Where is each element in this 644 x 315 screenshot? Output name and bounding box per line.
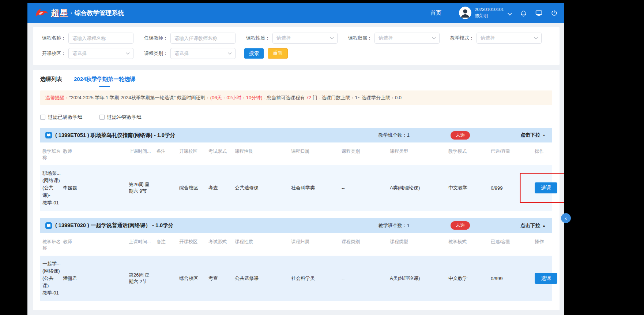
checkbox-icon — [99, 115, 105, 120]
app-window: 超星 · 综合教学管理系统 首页 202301010101 陈荣明 — [27, 3, 564, 315]
teacher-label: 任课教师： — [142, 35, 168, 41]
chevron-down-icon — [228, 52, 232, 55]
filter-checkboxes: 过滤已满教学班 过滤冲突教学班 — [40, 114, 552, 121]
col-capacity: 已选/容量 — [491, 239, 535, 251]
cell-class-name: 职场菜... (网络课) (公共课)- 教学-01 — [42, 170, 63, 207]
chevron-down-icon — [534, 37, 538, 40]
campus-select[interactable]: 请选择 — [68, 48, 133, 59]
course-name-input[interactable] — [68, 33, 133, 44]
notice-prefix: 温馨提醒： — [45, 95, 69, 100]
chevron-down-icon — [330, 37, 334, 40]
col-time: 上课时间... — [129, 148, 157, 161]
filter-full-label: 过滤已满教学班 — [48, 114, 83, 121]
cell-time: 第26周 星期六 2节 — [129, 272, 157, 285]
select-value: 请选择 — [379, 35, 393, 41]
select-course-button[interactable]: 选课 — [535, 182, 557, 193]
notice-session: "2024-2025 学年 1 学期 2024秋季学期第一轮选课" — [69, 95, 176, 100]
status-badge: 未选 — [451, 131, 470, 140]
teaching-mode-select[interactable]: 请选择 — [477, 33, 542, 44]
teaching-mode-field: 教学模式： 请选择 — [448, 33, 542, 44]
teacher-field: 任课教师： — [142, 33, 236, 44]
brand: 超星 · 综合教学管理系统 — [35, 7, 124, 19]
course-nature-select[interactable]: 请选择 — [272, 33, 338, 44]
filter-row-1: 课程名称： 任课教师： 课程性质： 请选择 课程归属： 请选择 — [39, 33, 553, 44]
cell-course-type: A类(纯理论课) — [390, 275, 448, 282]
campus-label: 开课校区： — [39, 50, 66, 57]
cell-exam-form: 考查 — [208, 275, 235, 282]
app-title: · 综合教学管理系统 — [71, 9, 124, 17]
col-campus: 开课校区 — [179, 239, 208, 251]
course-title: ( 1399ET020 ) 一起学说普通话(网络课） - 1.0学分 — [55, 222, 379, 229]
cell-campus: 综合校区 — [179, 275, 208, 282]
filter-conflict-label: 过滤冲突教学班 — [107, 114, 142, 121]
cell-course-nature: 公共选修课 — [235, 185, 291, 191]
cell-course-category: -- — [342, 276, 390, 281]
cell-teaching-mode: 中文教学 — [448, 185, 491, 191]
chevron-down-icon — [126, 52, 130, 55]
chevron-down-icon — [432, 37, 436, 40]
course-title: ( 1399ET051 ) 职场菜鸟礼仪指南(网络课) - 1.0学分 — [55, 132, 379, 139]
course-name-field: 课程名称： — [39, 33, 133, 44]
dropdown-label: 点击下拉 — [520, 222, 540, 229]
filter-full-checkbox[interactable]: 过滤已满教学班 — [40, 114, 83, 121]
arrow-up-icon: ▲ — [542, 133, 546, 137]
top-header: 超星 · 综合教学管理系统 首页 202301010101 陈荣明 — [27, 3, 564, 23]
filter-conflict-checkbox[interactable]: 过滤冲突教学班 — [99, 114, 142, 121]
col-action: 操作 — [535, 148, 559, 161]
class-table-header: 教学班名称 教师 上课时间... 备注 开课校区 考试形式 课程性质 课程归属 … — [40, 142, 552, 165]
tab-round1[interactable]: 2024秋季学期第一轮选课 — [74, 76, 135, 87]
sidebar-collapse-handle[interactable]: ‹ — [561, 213, 571, 223]
search-button[interactable]: 搜索 — [244, 48, 264, 59]
user-info[interactable]: 202301010101 陈荣明 — [475, 7, 504, 19]
dropdown-toggle[interactable]: 点击下拉 ▲ — [520, 132, 546, 138]
course-nature-field: 课程性质： 请选择 — [244, 33, 338, 44]
cell-time: 第26周 星期六 9节 — [129, 181, 157, 194]
class-row: 一起学... (网络课) (公共课)- 教学-01 潘丽君 第26周 星期六 2… — [40, 256, 552, 301]
power-icon[interactable] — [551, 10, 558, 16]
filter-panel: 课程名称： 任课教师： 课程性质： 请选择 课程归属： 请选择 — [33, 27, 560, 65]
course-name-label: 课程名称： — [39, 35, 66, 41]
monitor-icon[interactable] — [535, 10, 543, 16]
col-course-type: 课程类型 — [390, 148, 448, 161]
nav-home[interactable]: 首页 — [430, 10, 441, 16]
col-note: 备注 — [157, 239, 179, 251]
list-title: 选课列表 — [40, 76, 62, 83]
cell-course-type: A类(纯理论课) — [390, 185, 448, 191]
class-row: 职场菜... (网络课) (公共课)- 教学-01 李媛媛 第26周 星期六 9… — [40, 165, 552, 211]
tabs-row: 选课列表 2024秋季学期第一轮选课 — [37, 76, 556, 87]
teacher-input[interactable] — [170, 33, 236, 44]
cell-capacity: 0/999 — [491, 185, 535, 191]
reset-button[interactable]: 重置 — [268, 48, 288, 59]
book-icon — [45, 222, 52, 229]
select-value: 请选择 — [72, 50, 87, 57]
teaching-mode-label: 教学模式： — [448, 35, 474, 41]
col-course-belong: 课程归属 — [291, 148, 342, 161]
course-belong-select[interactable]: 请选择 — [374, 33, 440, 44]
cell-course-belong: 社会科学类 — [291, 275, 342, 282]
course-category-label: 课程类别： — [142, 50, 168, 57]
checkbox-icon — [40, 115, 45, 120]
select-course-button[interactable]: 选课 — [535, 273, 557, 284]
col-teacher: 教师 — [63, 148, 129, 161]
chevron-down-icon[interactable] — [508, 13, 512, 16]
cell-teacher: 潘丽君 — [63, 275, 129, 282]
cell-capacity: 0/999 — [491, 276, 535, 281]
course-category-field: 课程类别： 请选择 — [142, 48, 236, 59]
col-action: 操作 — [535, 239, 559, 251]
header-actions: 首页 202301010101 陈荣明 — [430, 7, 558, 19]
select-value: 请选择 — [276, 35, 291, 41]
notice-suffix: 门 - 选课门数上限：1~ 选课学分上限：0.0 — [311, 95, 402, 100]
dropdown-toggle[interactable]: 点击下拉 ▲ — [520, 222, 546, 229]
avatar[interactable] — [459, 7, 471, 19]
brand-name: 超星 — [51, 7, 68, 19]
action-cell: 选课 — [535, 273, 559, 284]
course-category-select[interactable]: 请选择 — [170, 48, 236, 59]
course-block-1399ET020: ( 1399ET020 ) 一起学说普通话(网络课） - 1.0学分 教学班个数… — [40, 218, 552, 301]
cell-teacher: 李媛媛 — [63, 185, 129, 191]
tab-label: 2024秋季学期第一轮选课 — [74, 76, 135, 82]
cell-class-name: 一起学... (网络课) (公共课)- 教学-01 — [42, 260, 63, 297]
bell-icon[interactable] — [520, 10, 527, 16]
notice-bar: 温馨提醒："2024-2025 学年 1 学期 2024秋季学期第一轮选课" 截… — [40, 90, 552, 105]
status-badge: 未选 — [451, 221, 470, 230]
col-course-category: 课程类别 — [342, 148, 390, 161]
